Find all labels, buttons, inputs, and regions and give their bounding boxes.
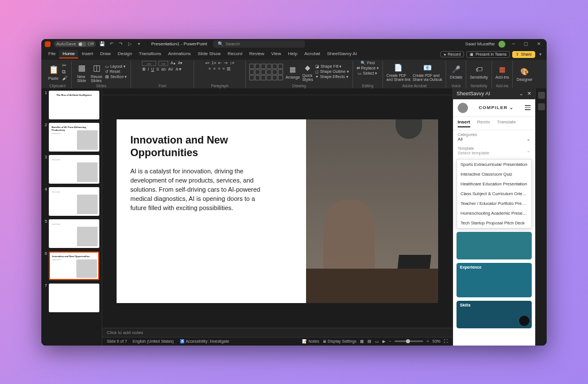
strip-icon-1[interactable] [538, 92, 545, 99]
display-settings-button[interactable]: 🖥 Display Settings [323, 339, 357, 343]
layout-button[interactable]: ▭ Layout ▾ [105, 64, 127, 69]
tab-animations[interactable]: Animations [165, 50, 195, 59]
reuse-slides-button[interactable]: ◫ Reuse Slides [90, 61, 103, 83]
panel-tab-remix[interactable]: Remix [477, 119, 490, 127]
search-input[interactable]: 🔍 Search [213, 40, 305, 48]
sensitivity-button[interactable]: 🏷 Sensitivity [470, 64, 488, 79]
tab-review[interactable]: Review [246, 50, 268, 59]
panel-close-icon[interactable]: ✕ [527, 91, 532, 96]
create-pdf-share-link-button[interactable]: 📄 Create PDF and Share link [386, 63, 411, 82]
new-slide-button[interactable]: ▦ New Slide [75, 61, 88, 83]
align-center-icon[interactable]: ≡ [213, 67, 215, 71]
tab-file[interactable]: File [45, 50, 59, 59]
zoom-percent[interactable]: 93% [432, 339, 440, 343]
preview-card-skills[interactable]: Skills [457, 301, 532, 328]
slide-thumbnail-5[interactable]: Lorem ipsum… [49, 219, 99, 248]
shape-outline-button[interactable]: ◻ Shape Outline ▾ [315, 69, 349, 74]
user-avatar-icon[interactable] [498, 41, 505, 48]
slide-thumbnail-4[interactable]: Lorem ipsum… [49, 187, 99, 216]
tab-sheetsavvy-ai[interactable]: SheetSavvy AI [324, 50, 361, 59]
copy-icon[interactable]: ⧉ [62, 69, 68, 75]
slide-stage[interactable]: Innovation and New Opportunities AI is a… [102, 95, 452, 328]
notes-pane[interactable]: Click to add notes [102, 328, 452, 337]
redo-icon[interactable]: ↷ [118, 41, 123, 47]
addins-button[interactable]: ▦ Add-ins [496, 64, 509, 79]
slide-image[interactable] [306, 119, 438, 303]
slide-thumbnail-pane[interactable]: 1The Rise of Artificial Intelligence2Ben… [41, 88, 102, 346]
arrange-button[interactable]: ▦ Arrange [285, 64, 300, 79]
font-family-select[interactable]: — [142, 61, 156, 66]
close-icon[interactable]: ✕ [534, 41, 543, 48]
char-spacing-icon[interactable]: AV [168, 67, 173, 71]
slide-thumbnail-3[interactable]: Lorem ipsum… [49, 155, 99, 184]
shape-fill-button[interactable]: ◪ Shape Fill ▾ [315, 64, 349, 69]
template-option[interactable]: Homeschooling Academic Presen… [457, 208, 531, 218]
shadow-button[interactable]: ab [161, 67, 166, 71]
columns-icon[interactable]: ▥ [227, 67, 231, 71]
tab-slide-show[interactable]: Slide Show [194, 50, 224, 59]
status-language[interactable]: English (United States) [133, 339, 174, 343]
slide-thumbnail-7[interactable] [49, 284, 99, 312]
create-pdf-share-outlook-button[interactable]: 📧 Create PDF and Share via Outlook [413, 63, 443, 82]
tab-draw[interactable]: Draw [96, 50, 114, 59]
view-reading-icon[interactable]: ▭ [375, 339, 379, 344]
ribbon-collapse-icon[interactable]: ▾ [537, 52, 543, 57]
indent-dec-icon[interactable]: ⇤ [218, 61, 222, 65]
decrease-font-icon[interactable]: A▾ [178, 61, 183, 65]
template-option[interactable]: Class Subject & Curriculum Orient… [457, 189, 531, 199]
strike-button[interactable]: S [156, 67, 159, 71]
tab-home[interactable]: Home [59, 50, 78, 59]
bullets-icon[interactable]: •≡ [206, 61, 210, 65]
format-painter-icon[interactable]: 🖌 [62, 75, 68, 81]
view-sorter-icon[interactable]: ▤ [368, 339, 372, 344]
paste-button[interactable]: 📋 Paste [47, 63, 60, 80]
dictate-button[interactable]: 🎤 Dictate [450, 64, 462, 79]
tab-acrobat[interactable]: Acrobat [301, 50, 324, 59]
slide-title[interactable]: Innovation and New Opportunities [130, 134, 292, 159]
section-button[interactable]: ▤ Section ▾ [105, 75, 127, 79]
designer-button[interactable]: 🎨 Designer [516, 67, 532, 82]
qat-dropdown-icon[interactable]: ▾ [136, 41, 142, 47]
panel-menu-icon[interactable] [525, 105, 531, 110]
compiler-dropdown[interactable]: COMPILER ⌄ [479, 105, 514, 110]
slide-body-text[interactable]: AI is a catalyst for innovation, driving… [130, 167, 262, 213]
indent-inc-icon[interactable]: ⇥ [224, 61, 227, 65]
tab-record[interactable]: Record [224, 50, 246, 59]
strip-icon-2[interactable] [538, 103, 545, 110]
tab-transitions[interactable]: Transitions [136, 50, 165, 59]
template-option[interactable]: Healthcare Education Presentation [457, 179, 531, 189]
italic-button[interactable]: I [148, 67, 149, 71]
font-color-icon[interactable]: A▼ [176, 67, 183, 71]
save-icon[interactable]: 💾 [99, 41, 105, 47]
justify-icon[interactable]: ≡ [222, 67, 225, 71]
minimize-icon[interactable]: ─ [509, 41, 518, 48]
start-slideshow-icon[interactable]: ▷ [127, 41, 133, 47]
select-button[interactable]: ▭ Select ▾ [358, 71, 377, 76]
record-button[interactable]: ● Record [440, 51, 465, 57]
autosave-toggle[interactable]: AutoSave Off [54, 41, 96, 47]
find-button[interactable]: 🔍 Find [361, 61, 375, 65]
maximize-icon[interactable]: ▢ [521, 41, 531, 48]
undo-icon[interactable]: ↶ [109, 41, 114, 47]
increase-font-icon[interactable]: A▴ [171, 61, 176, 65]
tab-design[interactable]: Design [114, 50, 136, 59]
zoom-out-icon[interactable]: − [389, 339, 391, 343]
notes-toggle-button[interactable]: 📝 Notes [302, 339, 319, 344]
template-option[interactable]: Sports Extracurricular Presentation [457, 160, 531, 169]
font-size-select[interactable]: — [158, 61, 168, 66]
template-field[interactable]: Template Select template⌃ [453, 144, 535, 158]
quick-styles-button[interactable]: ◆ Quick Styles [302, 63, 313, 82]
categories-field[interactable]: Categories All⌄ [453, 130, 535, 144]
view-normal-icon[interactable]: ▦ [360, 339, 364, 344]
zoom-in-icon[interactable]: + [427, 339, 429, 343]
template-option[interactable]: Interactive Classroom Quiz [457, 169, 531, 179]
line-spacing-icon[interactable]: ↕≡ [230, 61, 234, 65]
tab-insert[interactable]: Insert [78, 50, 96, 59]
share-button[interactable]: ⇪ Share [512, 51, 535, 58]
underline-button[interactable]: U [151, 67, 154, 71]
template-option[interactable]: Teacher / Educator Portfolio Prese… [457, 199, 531, 208]
fit-to-window-icon[interactable]: ⛶ [444, 339, 448, 343]
slide-thumbnail-2[interactable]: Benefits of AI: From Enhancing Productiv… [49, 123, 99, 152]
numbering-icon[interactable]: 1≡ [211, 61, 216, 65]
tab-help[interactable]: Help [285, 50, 301, 59]
